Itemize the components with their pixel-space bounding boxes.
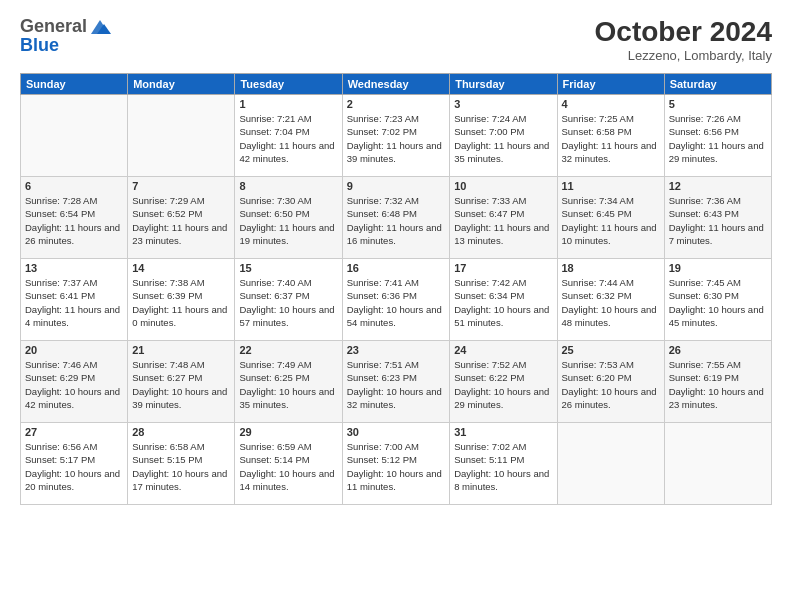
day-detail: Sunrise: 7:21 AM Sunset: 7:04 PM Dayligh…	[239, 112, 337, 165]
day-number: 26	[669, 344, 767, 356]
day-number: 11	[562, 180, 660, 192]
logo-icon	[89, 18, 111, 36]
day-number: 3	[454, 98, 552, 110]
day-detail: Sunrise: 7:44 AM Sunset: 6:32 PM Dayligh…	[562, 276, 660, 329]
day-detail: Sunrise: 6:59 AM Sunset: 5:14 PM Dayligh…	[239, 440, 337, 493]
calendar-cell: 5Sunrise: 7:26 AM Sunset: 6:56 PM Daylig…	[664, 95, 771, 177]
month-title: October 2024	[595, 16, 772, 48]
day-detail: Sunrise: 6:56 AM Sunset: 5:17 PM Dayligh…	[25, 440, 123, 493]
day-detail: Sunrise: 7:00 AM Sunset: 5:12 PM Dayligh…	[347, 440, 446, 493]
day-number: 24	[454, 344, 552, 356]
calendar-cell: 26Sunrise: 7:55 AM Sunset: 6:19 PM Dayli…	[664, 341, 771, 423]
day-detail: Sunrise: 7:49 AM Sunset: 6:25 PM Dayligh…	[239, 358, 337, 411]
calendar-cell: 30Sunrise: 7:00 AM Sunset: 5:12 PM Dayli…	[342, 423, 450, 505]
calendar-cell: 25Sunrise: 7:53 AM Sunset: 6:20 PM Dayli…	[557, 341, 664, 423]
col-header-wednesday: Wednesday	[342, 74, 450, 95]
day-number: 23	[347, 344, 446, 356]
day-detail: Sunrise: 7:29 AM Sunset: 6:52 PM Dayligh…	[132, 194, 230, 247]
day-number: 22	[239, 344, 337, 356]
day-detail: Sunrise: 7:33 AM Sunset: 6:47 PM Dayligh…	[454, 194, 552, 247]
day-number: 9	[347, 180, 446, 192]
day-detail: Sunrise: 7:26 AM Sunset: 6:56 PM Dayligh…	[669, 112, 767, 165]
day-detail: Sunrise: 7:55 AM Sunset: 6:19 PM Dayligh…	[669, 358, 767, 411]
day-detail: Sunrise: 7:38 AM Sunset: 6:39 PM Dayligh…	[132, 276, 230, 329]
calendar-cell: 2Sunrise: 7:23 AM Sunset: 7:02 PM Daylig…	[342, 95, 450, 177]
calendar-cell: 16Sunrise: 7:41 AM Sunset: 6:36 PM Dayli…	[342, 259, 450, 341]
day-detail: Sunrise: 7:53 AM Sunset: 6:20 PM Dayligh…	[562, 358, 660, 411]
day-detail: Sunrise: 7:41 AM Sunset: 6:36 PM Dayligh…	[347, 276, 446, 329]
day-detail: Sunrise: 7:34 AM Sunset: 6:45 PM Dayligh…	[562, 194, 660, 247]
day-number: 15	[239, 262, 337, 274]
col-header-thursday: Thursday	[450, 74, 557, 95]
day-detail: Sunrise: 7:32 AM Sunset: 6:48 PM Dayligh…	[347, 194, 446, 247]
day-number: 5	[669, 98, 767, 110]
col-header-friday: Friday	[557, 74, 664, 95]
day-number: 29	[239, 426, 337, 438]
calendar-cell: 3Sunrise: 7:24 AM Sunset: 7:00 PM Daylig…	[450, 95, 557, 177]
calendar-cell: 15Sunrise: 7:40 AM Sunset: 6:37 PM Dayli…	[235, 259, 342, 341]
day-detail: Sunrise: 7:40 AM Sunset: 6:37 PM Dayligh…	[239, 276, 337, 329]
day-detail: Sunrise: 7:46 AM Sunset: 6:29 PM Dayligh…	[25, 358, 123, 411]
calendar-cell: 8Sunrise: 7:30 AM Sunset: 6:50 PM Daylig…	[235, 177, 342, 259]
day-detail: Sunrise: 7:28 AM Sunset: 6:54 PM Dayligh…	[25, 194, 123, 247]
day-number: 2	[347, 98, 446, 110]
calendar-cell: 23Sunrise: 7:51 AM Sunset: 6:23 PM Dayli…	[342, 341, 450, 423]
calendar-cell: 21Sunrise: 7:48 AM Sunset: 6:27 PM Dayli…	[128, 341, 235, 423]
calendar-cell	[664, 423, 771, 505]
col-header-tuesday: Tuesday	[235, 74, 342, 95]
day-number: 19	[669, 262, 767, 274]
calendar-cell: 19Sunrise: 7:45 AM Sunset: 6:30 PM Dayli…	[664, 259, 771, 341]
calendar-cell: 13Sunrise: 7:37 AM Sunset: 6:41 PM Dayli…	[21, 259, 128, 341]
day-number: 17	[454, 262, 552, 274]
title-block: October 2024 Lezzeno, Lombardy, Italy	[595, 16, 772, 63]
day-detail: Sunrise: 7:25 AM Sunset: 6:58 PM Dayligh…	[562, 112, 660, 165]
calendar-cell	[128, 95, 235, 177]
calendar-cell: 20Sunrise: 7:46 AM Sunset: 6:29 PM Dayli…	[21, 341, 128, 423]
calendar-cell: 28Sunrise: 6:58 AM Sunset: 5:15 PM Dayli…	[128, 423, 235, 505]
calendar-cell: 17Sunrise: 7:42 AM Sunset: 6:34 PM Dayli…	[450, 259, 557, 341]
calendar-cell: 11Sunrise: 7:34 AM Sunset: 6:45 PM Dayli…	[557, 177, 664, 259]
calendar-cell	[21, 95, 128, 177]
day-detail: Sunrise: 7:45 AM Sunset: 6:30 PM Dayligh…	[669, 276, 767, 329]
day-number: 10	[454, 180, 552, 192]
day-number: 12	[669, 180, 767, 192]
calendar-cell: 12Sunrise: 7:36 AM Sunset: 6:43 PM Dayli…	[664, 177, 771, 259]
day-detail: Sunrise: 7:37 AM Sunset: 6:41 PM Dayligh…	[25, 276, 123, 329]
calendar-cell: 18Sunrise: 7:44 AM Sunset: 6:32 PM Dayli…	[557, 259, 664, 341]
day-number: 7	[132, 180, 230, 192]
col-header-sunday: Sunday	[21, 74, 128, 95]
day-number: 6	[25, 180, 123, 192]
day-detail: Sunrise: 7:36 AM Sunset: 6:43 PM Dayligh…	[669, 194, 767, 247]
calendar-cell: 27Sunrise: 6:56 AM Sunset: 5:17 PM Dayli…	[21, 423, 128, 505]
calendar-cell: 7Sunrise: 7:29 AM Sunset: 6:52 PM Daylig…	[128, 177, 235, 259]
day-number: 25	[562, 344, 660, 356]
logo-general: General	[20, 16, 87, 37]
day-detail: Sunrise: 7:48 AM Sunset: 6:27 PM Dayligh…	[132, 358, 230, 411]
day-number: 8	[239, 180, 337, 192]
col-header-saturday: Saturday	[664, 74, 771, 95]
col-header-monday: Monday	[128, 74, 235, 95]
day-number: 30	[347, 426, 446, 438]
day-number: 27	[25, 426, 123, 438]
calendar-cell: 6Sunrise: 7:28 AM Sunset: 6:54 PM Daylig…	[21, 177, 128, 259]
day-detail: Sunrise: 7:24 AM Sunset: 7:00 PM Dayligh…	[454, 112, 552, 165]
day-number: 14	[132, 262, 230, 274]
calendar: SundayMondayTuesdayWednesdayThursdayFrid…	[20, 73, 772, 505]
day-detail: Sunrise: 7:02 AM Sunset: 5:11 PM Dayligh…	[454, 440, 552, 493]
day-number: 21	[132, 344, 230, 356]
calendar-cell: 24Sunrise: 7:52 AM Sunset: 6:22 PM Dayli…	[450, 341, 557, 423]
calendar-cell: 4Sunrise: 7:25 AM Sunset: 6:58 PM Daylig…	[557, 95, 664, 177]
day-detail: Sunrise: 7:23 AM Sunset: 7:02 PM Dayligh…	[347, 112, 446, 165]
day-detail: Sunrise: 7:52 AM Sunset: 6:22 PM Dayligh…	[454, 358, 552, 411]
day-detail: Sunrise: 7:42 AM Sunset: 6:34 PM Dayligh…	[454, 276, 552, 329]
day-detail: Sunrise: 6:58 AM Sunset: 5:15 PM Dayligh…	[132, 440, 230, 493]
calendar-cell: 22Sunrise: 7:49 AM Sunset: 6:25 PM Dayli…	[235, 341, 342, 423]
calendar-cell: 10Sunrise: 7:33 AM Sunset: 6:47 PM Dayli…	[450, 177, 557, 259]
logo-blue: Blue	[20, 35, 59, 55]
day-number: 18	[562, 262, 660, 274]
location: Lezzeno, Lombardy, Italy	[595, 48, 772, 63]
calendar-cell: 9Sunrise: 7:32 AM Sunset: 6:48 PM Daylig…	[342, 177, 450, 259]
day-number: 20	[25, 344, 123, 356]
day-detail: Sunrise: 7:51 AM Sunset: 6:23 PM Dayligh…	[347, 358, 446, 411]
day-number: 4	[562, 98, 660, 110]
